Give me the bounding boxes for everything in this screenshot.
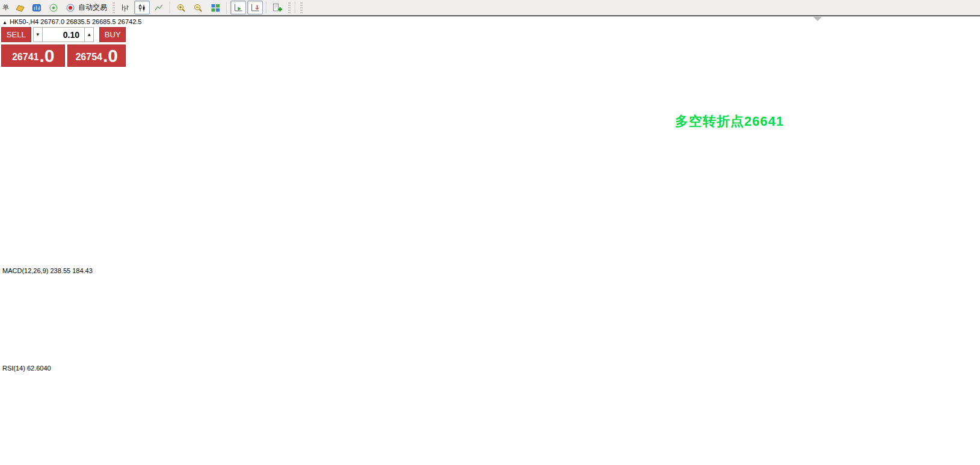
chart-canvas[interactable] bbox=[0, 16, 980, 465]
chart-window[interactable]: ▲HK50-,H4 26767.0 26835.5 26685.5 26742.… bbox=[0, 16, 980, 465]
market-watch-icon[interactable] bbox=[29, 1, 45, 14]
line-chart-icon[interactable] bbox=[151, 1, 167, 14]
collapse-arrow-icon[interactable]: ▲ bbox=[2, 20, 7, 25]
bar-chart-icon[interactable] bbox=[117, 1, 133, 14]
autotrading-icon bbox=[66, 3, 76, 13]
sell-button[interactable]: SELL bbox=[1, 27, 31, 42]
autotrading-button[interactable]: 自动交易 bbox=[63, 1, 110, 14]
autotrading-label: 自动交易 bbox=[78, 2, 107, 13]
buy-price[interactable]: 26754.0 bbox=[67, 45, 126, 67]
new-order-button[interactable]: 单 bbox=[1, 1, 11, 14]
volume-increase-button[interactable]: ▲ bbox=[84, 27, 94, 42]
toolbar: 单 自动交易 bbox=[0, 0, 980, 16]
signals-icon[interactable] bbox=[46, 1, 61, 14]
toolbar-grip bbox=[288, 2, 291, 13]
toolbar-separator bbox=[170, 2, 171, 14]
toolbar-separator bbox=[226, 2, 227, 14]
volume-input[interactable]: 0.10 bbox=[43, 27, 84, 42]
order-ticket-gold-icon[interactable] bbox=[12, 1, 28, 14]
tile-windows-icon[interactable] bbox=[208, 1, 223, 14]
auto-scroll-icon[interactable] bbox=[230, 1, 246, 14]
zoom-out-icon[interactable] bbox=[191, 1, 206, 14]
candlestick-chart-icon[interactable] bbox=[134, 1, 150, 14]
rsi-label: RSI(14) 62.6040 bbox=[2, 365, 51, 372]
scroll-position-marker bbox=[813, 17, 822, 21]
zoom-in-icon[interactable] bbox=[174, 1, 190, 14]
one-click-trade-panel: SELL ▼ 0.10 ▲ BUY 26741.0 26754.0 bbox=[1, 27, 126, 67]
indicators-icon[interactable] bbox=[270, 1, 286, 14]
sell-price[interactable]: 26741.0 bbox=[1, 45, 65, 67]
volume-decrease-button[interactable]: ▼ bbox=[33, 27, 43, 42]
buy-button[interactable]: BUY bbox=[99, 27, 126, 42]
chart-annotation-text[interactable]: 多空转折点26641 bbox=[675, 112, 784, 131]
toolbar-separator bbox=[266, 2, 267, 14]
chart-shift-icon[interactable] bbox=[247, 1, 263, 14]
chart-title: ▲HK50-,H4 26767.0 26835.5 26685.5 26742.… bbox=[2, 18, 142, 25]
toolbar-grip bbox=[112, 2, 115, 13]
macd-label: MACD(12,26,9) 238.55 184.43 bbox=[2, 267, 93, 274]
toolbar-separator bbox=[295, 2, 296, 14]
mt4-terminal: 单 自动交易 ▲HK50-,H4 26767.0 26835.5 26685.5… bbox=[0, 0, 980, 465]
toolbar-grip bbox=[300, 2, 303, 13]
